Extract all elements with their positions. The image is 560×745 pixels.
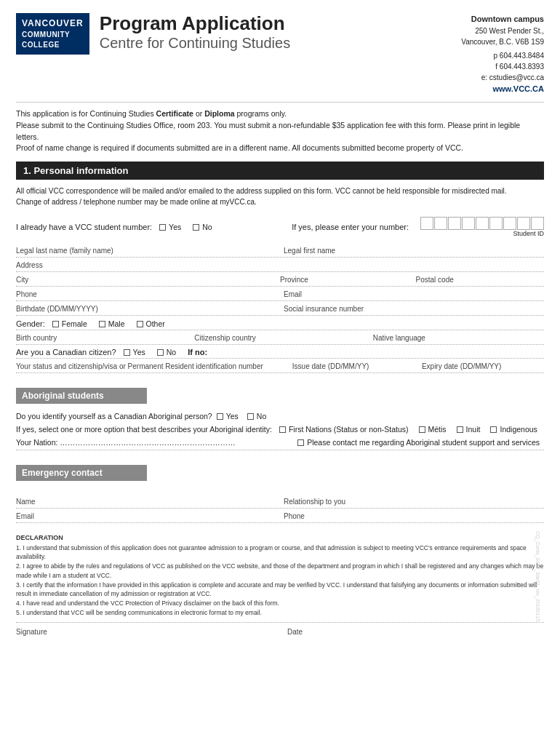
- inuit-label[interactable]: Inuit: [457, 425, 481, 434]
- declaration-block: DECLARATION 1. I understand that submiss…: [16, 533, 544, 618]
- vcc-number-row: I already have a VCC student number: Yes…: [16, 213, 544, 239]
- birth-country-field: Birth country: [16, 334, 187, 343]
- aboriginal-q1-label: Do you identify yourself as a Canadian A…: [16, 412, 212, 421]
- id-box-6: [489, 217, 503, 230]
- campus-city: Vancouver, B.C. V6B 1S9: [417, 36, 544, 47]
- emergency-relationship-field: Relationship to you: [284, 498, 544, 506]
- aboriginal-header: Aboriginal students: [16, 388, 147, 404]
- birthdate-sin-row: Birthdate (DD/MM/YYYY) Social insurance …: [16, 301, 544, 316]
- intro-line2: Please submit to the Continuing Studies …: [16, 120, 544, 143]
- canadian-yes-label[interactable]: Yes: [124, 348, 145, 356]
- gender-label: Gender:: [16, 319, 45, 328]
- id-box-9: [531, 217, 544, 230]
- intro-block: This application is for Continuing Studi…: [16, 102, 544, 154]
- signature-field: Signature: [16, 625, 273, 637]
- legal-last-field: Legal last name (family name): [16, 247, 276, 255]
- section1-sub: All official VCC correspondence will be …: [16, 186, 544, 207]
- canadian-yes-checkbox[interactable]: [124, 349, 130, 356]
- female-checkbox[interactable]: [52, 321, 59, 327]
- indigenous-label[interactable]: Indigenous: [490, 425, 537, 434]
- canadian-citizen-label: Are you a Canadian citizen?: [16, 348, 116, 356]
- intro-line3: Proof of name change is required if docu…: [16, 143, 544, 154]
- province-field: Province: [280, 276, 409, 284]
- emergency-name-row: Name Relationship to you: [16, 494, 544, 509]
- signature-row: Signature Date: [16, 622, 544, 637]
- metis-checkbox[interactable]: [419, 426, 425, 433]
- campus-website: www.VCC.CA: [417, 83, 544, 95]
- campus-fax: f 604.443.8393: [417, 61, 544, 72]
- status-field: Your status and citizenship/visa or Perm…: [16, 362, 285, 371]
- watermark: CQ_Conts_0012_3de01_rev_20160115: [535, 531, 540, 621]
- campus-address: 250 West Pender St.,: [417, 25, 544, 36]
- logo-line3: COLLEGE: [22, 40, 84, 50]
- page-header: VANCOUVER COMMUNITY COLLEGE Program Appl…: [16, 13, 544, 95]
- logo-line1: VANCOUVER: [22, 17, 84, 30]
- student-id-label: Student ID: [420, 230, 544, 237]
- student-id-boxes: [420, 217, 544, 230]
- emergency-phone-field: Phone: [284, 512, 544, 521]
- female-checkbox-label[interactable]: Female: [52, 319, 87, 328]
- male-checkbox-label[interactable]: Male: [99, 319, 125, 328]
- aboriginal-no-checkbox[interactable]: [247, 413, 254, 420]
- declaration-title: DECLARATION: [16, 533, 544, 543]
- issue-date-field: Issue date (DD/MM/YY): [292, 362, 415, 371]
- phone-email-row: Phone Email: [16, 287, 544, 301]
- declaration-item-4: 4. I have read and understand the VCC Pr…: [16, 599, 544, 608]
- canadian-no-checkbox[interactable]: [157, 349, 164, 356]
- logo-line2: COMMUNITY: [22, 30, 84, 40]
- declaration-item-2: 2. I agree to abide by the rules and reg…: [16, 562, 544, 581]
- student-id-field: Student ID: [420, 217, 544, 237]
- postal-field: Postal code: [416, 276, 545, 284]
- yes-checkbox-label[interactable]: Yes: [159, 223, 181, 231]
- aboriginal-options: First Nations (Status or non-Status) Mét…: [279, 425, 542, 434]
- intro-line1: This application is for Continuing Studi…: [16, 108, 544, 120]
- city-field: City: [16, 276, 273, 284]
- canadian-citizen-row: Are you a Canadian citizen? Yes No If no…: [16, 345, 544, 359]
- college-logo: VANCOUVER COMMUNITY COLLEGE: [16, 13, 89, 55]
- page-title: Program Application: [100, 13, 417, 34]
- aboriginal-question1-row: Do you identify yourself as a Canadian A…: [16, 410, 544, 423]
- male-checkbox[interactable]: [99, 321, 105, 327]
- city-row: City Province Postal code: [16, 272, 544, 287]
- inuit-checkbox[interactable]: [457, 426, 463, 433]
- if-yes-label: If yes, please enter your number:: [292, 223, 409, 231]
- declaration-item-5: 5. I understand that VCC will be sending…: [16, 608, 544, 618]
- campus-email: e: cstudies@vcc.ca: [417, 72, 544, 83]
- contact-aboriginal-label[interactable]: Please contact me regarding Aboriginal s…: [297, 438, 540, 447]
- campus-title: Downtown campus: [417, 13, 544, 25]
- emergency-email-field: Email: [16, 512, 276, 521]
- birthdate-field: Birthdate (DD/MM/YYYY): [16, 305, 276, 314]
- status-row: Your status and citizenship/visa or Perm…: [16, 359, 544, 373]
- no-checkbox-label[interactable]: No: [193, 223, 212, 231]
- no-checkbox[interactable]: [193, 224, 199, 231]
- first-nations-checkbox[interactable]: [279, 426, 286, 433]
- canadian-no-label[interactable]: No: [157, 348, 176, 356]
- emergency-header: Emergency contact: [16, 465, 147, 481]
- gender-row: Gender: Female Male Other: [16, 316, 544, 330]
- other-checkbox-label[interactable]: Other: [137, 319, 165, 328]
- aboriginal-nation-row: Your Nation: …………………………………………………………… Ple…: [16, 436, 544, 450]
- id-box-7: [503, 217, 516, 230]
- contact-aboriginal-checkbox[interactable]: [297, 439, 304, 446]
- aboriginal-yes-checkbox[interactable]: [217, 413, 223, 420]
- address-row: Address: [16, 258, 544, 272]
- first-nations-label[interactable]: First Nations (Status or non-Status): [279, 425, 409, 434]
- native-lang-field: Native language: [373, 334, 544, 343]
- metis-label[interactable]: Métis: [419, 425, 447, 434]
- section1-header: 1. Personal information: [16, 162, 544, 180]
- if-no-label: If no:: [188, 348, 207, 356]
- aboriginal-yes-label[interactable]: Yes: [217, 412, 239, 421]
- phone-field: Phone: [16, 290, 276, 299]
- campus-phone: p 604.443.8484: [417, 50, 544, 61]
- expiry-date-field: Expiry date (DD/MM/YY): [422, 362, 544, 371]
- address-field: Address: [16, 261, 544, 270]
- id-box-1: [420, 217, 433, 230]
- declaration-item-3: 3. I certify that the information I have…: [16, 581, 544, 599]
- page-subtitle: Centre for Continuing Studies: [100, 34, 417, 52]
- aboriginal-no-label[interactable]: No: [247, 412, 266, 421]
- other-checkbox[interactable]: [137, 321, 143, 327]
- email-field: Email: [284, 290, 544, 299]
- emergency-name-field: Name: [16, 498, 276, 506]
- yes-checkbox[interactable]: [159, 224, 166, 231]
- indigenous-checkbox[interactable]: [490, 426, 497, 433]
